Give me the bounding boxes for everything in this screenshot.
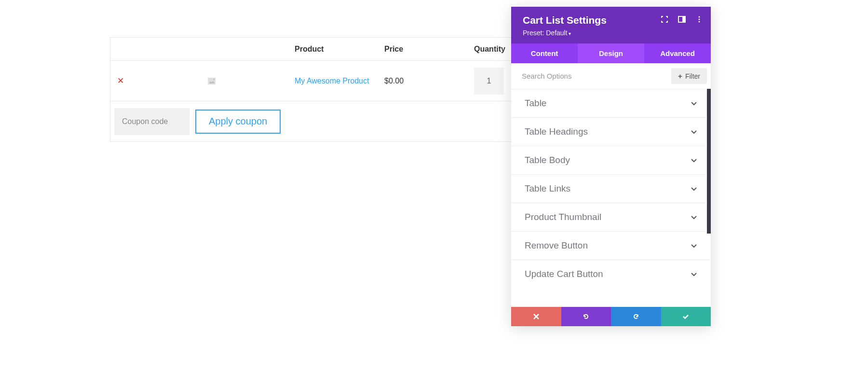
section-label: Remove Button (525, 240, 588, 251)
section-table-body[interactable]: Table Body (511, 146, 711, 174)
close-icon (532, 313, 540, 320)
chevron-down-icon (691, 214, 697, 221)
section-table[interactable]: Table (511, 89, 711, 117)
cancel-button[interactable] (511, 307, 561, 326)
panel-footer-actions (511, 307, 711, 326)
section-product-thumbnail[interactable]: Product Thumbnail (511, 203, 711, 231)
undo-icon (582, 313, 590, 320)
tab-design[interactable]: Design (578, 43, 644, 63)
design-sections-list[interactable]: Table Table Headings Table Body Table Li… (511, 89, 711, 307)
header-price: Price (384, 45, 474, 54)
apply-coupon-button[interactable]: Apply coupon (195, 110, 281, 134)
section-label: Table Headings (525, 126, 588, 137)
section-label: Table (525, 98, 546, 109)
svg-rect-1 (682, 16, 685, 22)
redo-button[interactable] (611, 307, 661, 326)
save-button[interactable] (661, 307, 711, 326)
scrollbar-thumb[interactable] (707, 89, 711, 234)
remove-cell: ✕ (110, 76, 173, 86)
settings-panel: Cart List Settings Preset: Default Conte… (511, 7, 711, 326)
remove-item-button[interactable]: ✕ (110, 76, 124, 85)
dock-icon[interactable] (678, 15, 686, 23)
section-remove-button[interactable]: Remove Button (511, 231, 711, 260)
section-label: Product Thumbnail (525, 212, 601, 222)
chevron-down-icon (691, 271, 697, 277)
panel-tabs: Content Design Advanced (511, 43, 711, 63)
undo-button[interactable] (561, 307, 611, 326)
thumbnail-cell (173, 78, 295, 84)
quantity-input[interactable] (474, 68, 504, 95)
product-thumbnail-placeholder-icon (208, 78, 216, 84)
more-icon[interactable] (695, 15, 703, 23)
svg-point-4 (699, 21, 700, 23)
svg-point-3 (699, 19, 700, 20)
tab-content[interactable]: Content (511, 43, 578, 63)
section-label: Table Body (525, 155, 570, 166)
header-actions (661, 15, 703, 23)
chevron-down-icon (691, 242, 697, 249)
preset-dropdown[interactable]: Preset: Default (523, 29, 699, 37)
section-label: Table Links (525, 183, 570, 194)
filter-label: Filter (685, 72, 700, 80)
redo-icon (632, 313, 640, 320)
plus-icon: + (678, 72, 682, 80)
search-options-input[interactable] (511, 67, 671, 85)
coupon-code-input[interactable] (114, 108, 190, 135)
check-icon (682, 313, 690, 320)
section-label: Update Cart Button (525, 269, 603, 279)
filter-button[interactable]: + Filter (671, 68, 707, 84)
product-link[interactable]: My Awesome Product (295, 77, 369, 85)
tab-advanced[interactable]: Advanced (644, 43, 711, 63)
product-cell: My Awesome Product (295, 77, 384, 85)
chevron-down-icon (691, 157, 697, 164)
search-filter-row: + Filter (511, 63, 711, 89)
header-product: Product (295, 45, 384, 54)
chevron-down-icon (691, 100, 697, 107)
section-table-links[interactable]: Table Links (511, 174, 711, 203)
panel-header: Cart List Settings Preset: Default (511, 7, 711, 43)
svg-point-2 (699, 16, 700, 18)
section-update-cart-button[interactable]: Update Cart Button (511, 260, 711, 288)
chevron-down-icon (691, 128, 697, 135)
chevron-down-icon (691, 185, 697, 192)
price-cell: $0.00 (384, 77, 474, 85)
price-value: $0.00 (384, 77, 404, 85)
section-table-headings[interactable]: Table Headings (511, 117, 711, 146)
expand-icon[interactable] (661, 15, 668, 23)
